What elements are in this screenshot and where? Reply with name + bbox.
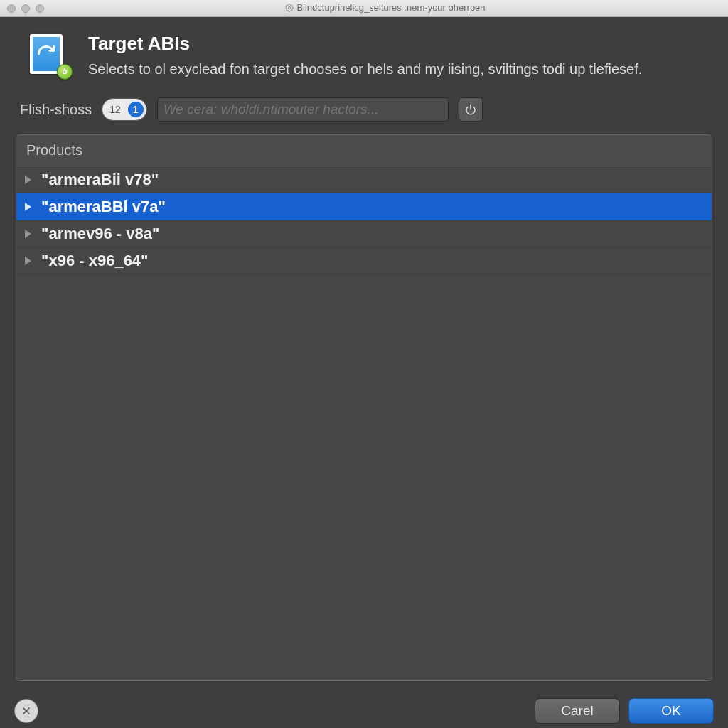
dialog-title: Target ABIs bbox=[88, 33, 642, 55]
product-row-label: "x96 - x96_64" bbox=[41, 252, 149, 270]
product-row[interactable]: "armeraBBl v7a" bbox=[16, 193, 712, 220]
gear-icon bbox=[285, 4, 294, 14]
svg-point-1 bbox=[63, 70, 67, 74]
cancel-button[interactable]: Carel bbox=[535, 698, 620, 724]
window-title-text: Bilndctuprihelicg_seltures :nem-your ohe… bbox=[296, 2, 485, 13]
product-row-label: "armev96 - v8a" bbox=[41, 225, 159, 243]
dialog-icon bbox=[26, 33, 71, 78]
products-list[interactable]: "armeraBii v78""armeraBBl v7a""armev96 -… bbox=[16, 166, 712, 680]
products-panel: Products "armeraBii v78""armeraBBl v7a""… bbox=[16, 134, 712, 681]
product-row-label: "armeraBBl v7a" bbox=[41, 198, 166, 216]
power-button[interactable] bbox=[459, 97, 483, 122]
close-icon bbox=[21, 705, 32, 717]
ok-button[interactable]: OK bbox=[628, 698, 714, 724]
window-titlebar: Bilndctuprihelicg_seltures :nem-your ohe… bbox=[0, 0, 728, 17]
close-window-button[interactable] bbox=[7, 4, 16, 13]
minimize-window-button[interactable] bbox=[21, 4, 30, 13]
disclosure-triangle-icon[interactable] bbox=[25, 257, 31, 265]
dialog-subtitle: Selects to ol exyclead fon target choose… bbox=[88, 59, 642, 79]
refresh-icon bbox=[36, 44, 56, 64]
segment-right[interactable]: 1 bbox=[128, 102, 144, 117]
filter-row: Flish-shoss 12 1 bbox=[0, 89, 728, 134]
window-traffic-lights bbox=[7, 4, 44, 13]
products-heading: Products bbox=[16, 135, 712, 166]
product-row[interactable]: "x96 - x96_64" bbox=[16, 247, 712, 274]
sync-badge-icon bbox=[57, 64, 73, 80]
dialog-footer: Carel OK bbox=[0, 691, 728, 728]
help-button[interactable] bbox=[14, 699, 38, 723]
product-row-label: "armeraBii v78" bbox=[41, 171, 159, 189]
svg-point-0 bbox=[289, 6, 291, 9]
product-row[interactable]: "armev96 - v8a" bbox=[16, 220, 712, 247]
window-title: Bilndctuprihelicg_seltures :nem-your ohe… bbox=[50, 2, 721, 14]
filter-label: Flish-shoss bbox=[20, 102, 92, 118]
search-field-wrap[interactable] bbox=[157, 97, 449, 122]
search-input[interactable] bbox=[164, 102, 442, 117]
disclosure-triangle-icon[interactable] bbox=[25, 230, 31, 238]
segment-left[interactable]: 12 bbox=[102, 99, 128, 120]
zoom-window-button[interactable] bbox=[36, 4, 44, 13]
product-row[interactable]: "armeraBii v78" bbox=[16, 166, 712, 193]
power-icon bbox=[465, 104, 476, 115]
disclosure-triangle-icon[interactable] bbox=[25, 203, 31, 211]
segmented-control[interactable]: 12 1 bbox=[102, 98, 147, 121]
disclosure-triangle-icon[interactable] bbox=[25, 176, 31, 184]
dialog-header: Target ABIs Selects to ol exyclead fon t… bbox=[0, 17, 728, 89]
